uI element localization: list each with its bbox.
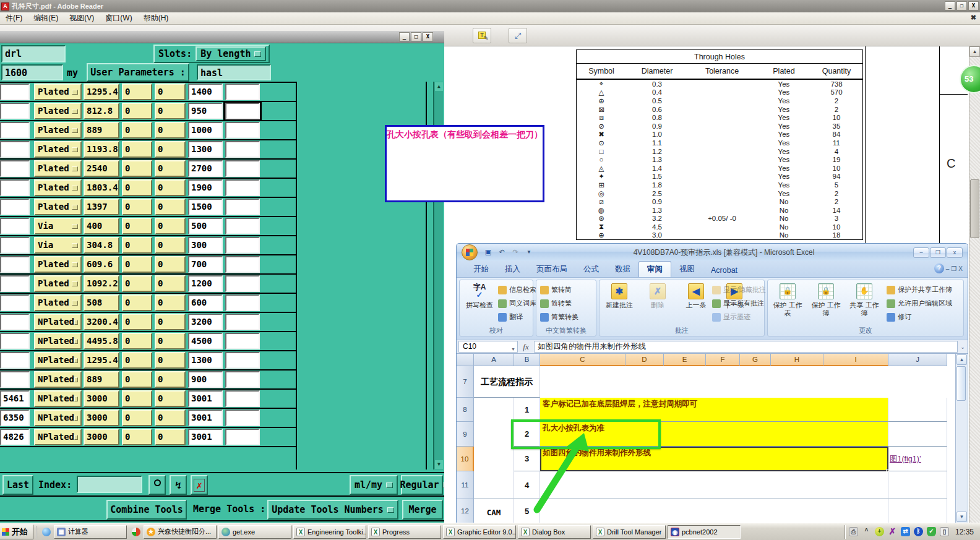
cam-scroll-up-icon[interactable]: ▲	[435, 82, 443, 91]
restore-button[interactable]: ❐	[956, 1, 967, 11]
taskbar-button-兴森快捷衡阳分...[interactable]: ★兴森快捷衡阳分...	[144, 525, 217, 539]
formula-bar-expand-icon[interactable]: ⌄	[958, 344, 968, 350]
cell-j12[interactable]	[888, 499, 947, 523]
taskbar-button-Engineering Toolki...[interactable]: XEngineering Toolki...	[293, 525, 366, 539]
tool-finish-field[interactable]: 950	[188, 103, 223, 119]
mode-dropdown[interactable]: Regular	[401, 475, 443, 495]
tool-size-field[interactable]: 3000	[84, 390, 119, 407]
tool-finish-field[interactable]: 2700	[188, 160, 223, 177]
tool-v1-field[interactable]: 0	[122, 294, 152, 311]
excel-vertical-scrollbar[interactable]: ▲ ▼	[955, 354, 967, 523]
tool-extra-field[interactable]	[225, 84, 260, 100]
workbook-close-icon[interactable]: X	[958, 265, 963, 272]
tool-size-field[interactable]: 1295.4	[84, 352, 119, 369]
tool-num-field[interactable]	[0, 141, 30, 158]
tool-v1-field[interactable]: 0	[122, 314, 152, 330]
tool-v2-field[interactable]: 0	[155, 314, 186, 330]
tool-extra-field[interactable]	[225, 409, 260, 426]
cell-c8[interactable]: 客户标记已加在底层阻焊层，注意封周期即可	[540, 398, 888, 422]
tool-finish-field[interactable]: 1200	[188, 275, 223, 292]
tool-extra-field[interactable]	[225, 218, 260, 234]
tool-extra-field[interactable]	[225, 275, 260, 292]
ribbon-button-新建批注[interactable]: ✱新建批注	[602, 283, 637, 309]
tool-size-field[interactable]: 1193.8	[84, 141, 119, 158]
column-header-H[interactable]: H	[771, 354, 823, 366]
tool-size-field[interactable]: 4495.8	[84, 333, 119, 349]
tool-extra-field[interactable]	[225, 237, 260, 254]
help-icon[interactable]: ?	[934, 264, 944, 273]
tool-v2-field[interactable]: 0	[155, 429, 186, 445]
excel-scrollbar-thumb[interactable]	[956, 366, 966, 401]
tab-Acrobat[interactable]: Acrobat	[703, 264, 746, 277]
cell-c11[interactable]	[540, 471, 888, 499]
size-input[interactable]: 1600	[1, 64, 63, 80]
remote-access-icon[interactable]: ⇄	[901, 527, 910, 536]
ribbon-button-保护 工作表[interactable]: 🔒保护 工作表	[770, 283, 805, 317]
formula-input[interactable]: 如图四角的物件用来制作外形线	[534, 341, 958, 353]
tool-num-field[interactable]	[0, 199, 30, 215]
bluetooth-icon[interactable]: ᛒ	[914, 527, 923, 536]
undo-icon[interactable]: ↶	[496, 247, 507, 257]
cam-scroll-down-icon[interactable]: ▼	[435, 460, 443, 469]
adobe-vertical-scrollbar[interactable]: ▲	[969, 46, 980, 523]
column-header-D[interactable]: D	[625, 354, 664, 366]
tool-v1-field[interactable]: 0	[122, 122, 152, 139]
scrollbar-thumb[interactable]	[970, 179, 979, 238]
tool-v1-field[interactable]: 0	[122, 256, 152, 273]
index-input[interactable]	[77, 476, 142, 493]
document-close-icon[interactable]: ✖	[971, 14, 976, 22]
tool-v1-field[interactable]: 0	[122, 352, 152, 369]
taskbar-button-pcbnet2002[interactable]: ◉pcbnet2002	[668, 525, 741, 539]
tool-num-field[interactable]	[0, 275, 30, 292]
tool-type-dropdown[interactable]: Plated	[34, 179, 82, 196]
tool-extra-field[interactable]	[225, 352, 260, 369]
column-header-I[interactable]: I	[823, 354, 888, 366]
tool-v2-field[interactable]: 0	[155, 84, 186, 100]
tab-公式[interactable]: 公式	[575, 262, 607, 277]
tool-num-field[interactable]: 6350	[0, 409, 30, 426]
ribbon-button-显示所有批注[interactable]: 显示所有批注	[712, 299, 764, 308]
row-header-11[interactable]: 11	[457, 471, 474, 499]
tool-extra-field[interactable]	[225, 179, 260, 196]
layer-name-input[interactable]: drl	[1, 45, 66, 62]
tool-type-dropdown[interactable]: Plated	[34, 103, 82, 119]
cell-a7[interactable]: 工艺流程指示	[474, 366, 540, 398]
ribbon-button-同义词库[interactable]: 同义词库	[498, 299, 536, 308]
tab-视图[interactable]: 视图	[671, 262, 703, 277]
column-header-F[interactable]: F	[706, 354, 740, 366]
tool-extra-field[interactable]	[225, 160, 260, 177]
taskbar-button-Graphic Editor 9.0...[interactable]: XGraphic Editor 9.0...	[443, 525, 516, 539]
cell-b11[interactable]: 4	[514, 471, 540, 499]
fx-icon[interactable]: fx	[518, 342, 534, 352]
cell-j9[interactable]	[888, 422, 947, 447]
column-header-G[interactable]: G	[740, 354, 771, 366]
tool-extra-field[interactable]	[225, 199, 260, 215]
ribbon-button-上一条[interactable]: ◀上一条	[679, 283, 713, 309]
tool-num-field[interactable]: 5461	[0, 390, 30, 407]
taskbar-button-Progress[interactable]: XProgress	[368, 525, 441, 539]
excel-minimize-button[interactable]: –	[913, 247, 929, 258]
tool-finish-field[interactable]: 3001	[188, 390, 223, 407]
user-parameters-button[interactable]: User Parameters :	[87, 63, 189, 82]
tool-finish-field[interactable]: 1300	[188, 141, 223, 158]
tool-v2-field[interactable]: 0	[155, 141, 186, 158]
tool-size-field[interactable]: 889	[84, 122, 119, 139]
tab-插入[interactable]: 插入	[497, 262, 528, 277]
highlight-tool-button[interactable]	[148, 475, 166, 495]
tool-type-dropdown[interactable]: Plated	[34, 141, 82, 158]
tool-type-dropdown[interactable]: NPlated	[34, 352, 82, 369]
cam-close-button[interactable]: X	[423, 32, 433, 41]
ribbon-button-保护 工作簿[interactable]: 🔒保护 工作簿	[809, 283, 843, 317]
ribbon-button-信息检索[interactable]: 信息检索	[498, 285, 536, 294]
cam-titlebar[interactable]: _ □ X	[0, 31, 444, 43]
ribbon-button-繁转简[interactable]: 繁转简	[540, 285, 572, 294]
tab-审阅[interactable]: 审阅	[638, 261, 671, 277]
tool-num-field[interactable]	[0, 84, 30, 100]
column-header-B[interactable]: B	[514, 354, 540, 366]
tool-size-field[interactable]: 812.8	[84, 103, 119, 119]
tool-extra-field[interactable]	[225, 314, 260, 330]
tool-extra-field[interactable]	[225, 256, 260, 273]
tool-finish-field[interactable]: 1300	[188, 352, 223, 369]
tool-v2-field[interactable]: 0	[155, 179, 186, 196]
cell-c12[interactable]	[540, 499, 888, 523]
